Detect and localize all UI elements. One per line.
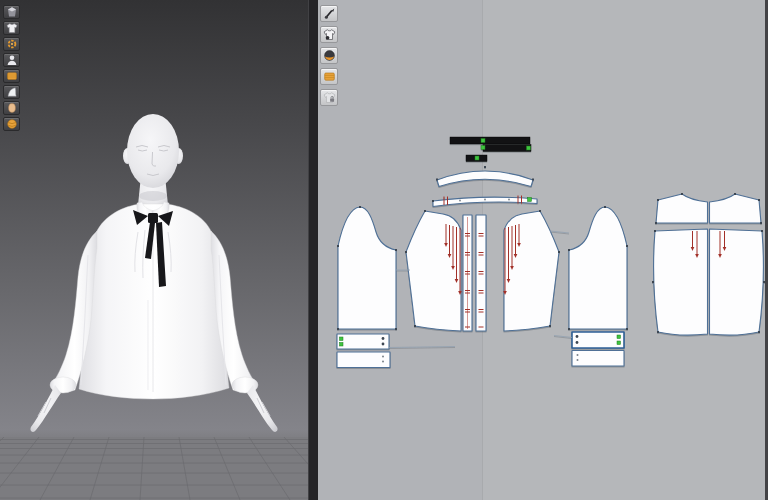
simulate-button[interactable] [3,37,20,51]
blouse-torso [79,204,229,399]
pattern-bow-band-lower[interactable] [483,145,531,152]
avatar-bust-icon [6,54,18,66]
pattern-cuff-right-facing[interactable] [572,351,624,367]
garment-blouse[interactable] [30,202,277,432]
simulate-gear-icon [6,38,18,50]
texture-sphere-icon [323,49,336,62]
fabric-display-button[interactable] [3,69,20,83]
head-display-button[interactable] [3,101,20,115]
fabric-roll-icon [323,70,336,83]
viewport-3d[interactable] [0,0,308,500]
viewport-2d[interactable] [318,0,768,500]
texture-surface-button[interactable] [320,47,338,64]
cloth-drape-icon [6,86,18,98]
pattern-back-right[interactable] [710,229,766,335]
garment-piece-display-button[interactable] [3,5,20,19]
pattern-bow-band-upper[interactable] [450,137,530,144]
pattern-yoke-left[interactable] [655,193,708,224]
pattern-display-button[interactable] [320,26,338,43]
garment-design-app [0,0,768,500]
pattern-sleeve-right[interactable] [568,206,628,330]
pattern-cuff-left[interactable] [337,334,389,349]
locked-garment-icon [323,91,336,104]
avatar-head-icon [6,102,18,114]
shirt-icon [6,22,18,34]
floor-grid [0,437,308,500]
pattern-edit-button[interactable] [320,5,338,22]
pattern-yoke-right[interactable] [710,193,763,224]
pattern-placket-left[interactable] [463,215,472,331]
pattern-cuff-right-selected[interactable] [572,332,624,348]
fabric-stack-icon [6,70,18,82]
pattern-front-right[interactable] [503,210,560,331]
avatar-display-button[interactable] [3,53,20,67]
pattern-collar-stand[interactable] [432,196,537,207]
toolbar-2d [320,5,338,106]
pen-tool-icon [323,7,336,20]
pattern-cuff-left-facing[interactable] [337,352,390,368]
texture-ball-icon [6,118,18,130]
fabric-view-button[interactable] [320,68,338,85]
pattern-back-left[interactable] [652,229,708,335]
garment-dark-icon [323,28,336,41]
avatar-mannequin[interactable] [123,114,183,209]
texture-display-button[interactable] [3,117,20,131]
pattern-placket-right[interactable] [476,215,486,331]
toolbar-3d [3,5,20,131]
avatar-head [127,114,179,188]
cloth-display-button[interactable] [3,85,20,99]
locked-garment-button[interactable] [320,89,338,106]
garment-display-button[interactable] [3,21,20,35]
neck-shadow [139,191,167,201]
pattern-piece-icon [6,6,18,18]
